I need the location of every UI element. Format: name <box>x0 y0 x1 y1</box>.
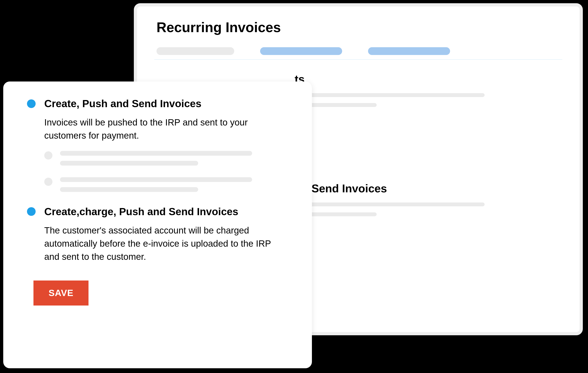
option-create-push-send[interactable]: Create, Push and Send Invoices Invoices … <box>27 98 288 197</box>
option-title: Create, Push and Send Invoices <box>44 98 201 110</box>
sub-option-placeholder[interactable] <box>44 151 288 171</box>
placeholder-line <box>60 161 198 166</box>
placeholder-line <box>60 177 252 182</box>
sub-option-placeholder[interactable] <box>44 177 288 197</box>
placeholder-line <box>295 202 485 206</box>
tab-placeholder-1[interactable] <box>157 47 234 55</box>
tab-placeholder-3[interactable] <box>368 47 450 55</box>
invoice-options-card: Create, Push and Send Invoices Invoices … <box>3 81 312 368</box>
radio-selected-icon[interactable] <box>27 207 36 216</box>
placeholder-text-block-1 <box>295 93 562 107</box>
placeholder-text-block-2 <box>295 202 562 216</box>
option-create-charge-push-send[interactable]: Create,charge, Push and Send Invoices Th… <box>27 206 288 263</box>
page-title: Recurring Invoices <box>157 20 562 35</box>
placeholder-line <box>60 187 198 192</box>
divider <box>154 59 562 60</box>
tab-row <box>157 47 562 55</box>
sub-options-block <box>44 151 288 197</box>
option-description: Invoices will be pushed to the IRP and s… <box>44 116 271 142</box>
placeholder-line <box>60 151 252 156</box>
radio-unselected-icon[interactable] <box>44 178 52 186</box>
option-header: Create,charge, Push and Send Invoices <box>27 206 288 218</box>
section-title-partial-1: ts <box>295 73 562 86</box>
radio-unselected-icon[interactable] <box>44 151 52 160</box>
option-title: Create,charge, Push and Send Invoices <box>44 206 238 218</box>
save-button[interactable]: SAVE <box>33 281 88 305</box>
option-description: The customer's associated account will b… <box>44 224 271 263</box>
option-header: Create, Push and Send Invoices <box>27 98 288 110</box>
placeholder-line <box>295 93 485 97</box>
section-title-partial-2: nd Send Invoices <box>295 182 562 195</box>
radio-selected-icon[interactable] <box>27 99 36 108</box>
tab-placeholder-2[interactable] <box>260 47 342 55</box>
